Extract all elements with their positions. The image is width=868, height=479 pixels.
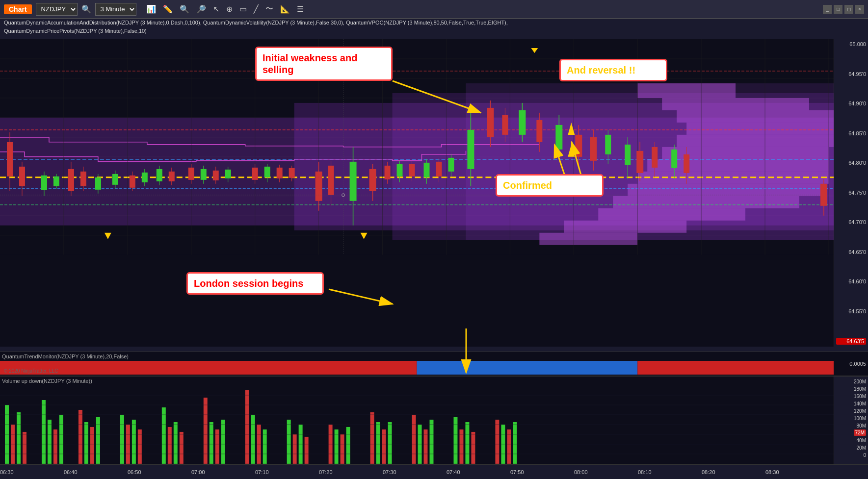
price-65000: 65.000 <box>836 41 866 47</box>
close-button[interactable]: × <box>855 5 864 14</box>
svg-rect-110 <box>448 158 454 172</box>
trend-monitor-label: QuantumTrendMonitor(NZDJPY (3 Minute),20… <box>2 352 129 361</box>
svg-rect-120 <box>536 120 542 142</box>
svg-rect-165 <box>90 427 94 464</box>
svg-rect-134 <box>636 151 643 173</box>
zoom-out-icon[interactable]: 🔎 <box>194 3 208 15</box>
measure-icon[interactable]: 📐 <box>278 3 292 15</box>
svg-rect-164 <box>84 422 88 464</box>
vol-0: 0 <box>863 453 866 458</box>
timeframe-selector[interactable]: 3 Minute <box>95 3 136 16</box>
svg-rect-16 <box>662 98 809 110</box>
svg-rect-158 <box>23 432 26 464</box>
svg-rect-62 <box>112 174 118 185</box>
svg-rect-106 <box>423 163 429 177</box>
vol-20m: 20M <box>857 445 866 451</box>
symbol-selector[interactable]: NZDJPY <box>36 3 78 16</box>
annotation-reversal: And reversal !! <box>559 59 667 81</box>
svg-rect-19 <box>677 135 834 147</box>
svg-rect-189 <box>341 434 344 464</box>
list-icon[interactable]: ☰ <box>295 3 306 15</box>
price-64750: 64.75'0 <box>836 190 866 196</box>
price-64550: 64.55'0 <box>836 308 866 314</box>
svg-rect-118 <box>519 110 526 135</box>
time-0740: 07:40 <box>447 469 460 475</box>
london-text: London session begins <box>194 278 303 289</box>
svg-rect-197 <box>423 429 427 464</box>
svg-rect-108 <box>436 162 442 176</box>
svg-rect-201 <box>465 422 469 464</box>
chart-canvas[interactable] <box>0 39 834 255</box>
time-0640: 06:40 <box>64 469 78 475</box>
svg-rect-86 <box>289 168 295 178</box>
time-0700: 07:00 <box>191 469 205 475</box>
volume-chart: Volume up down(NZDJPY (3 Minute)) 200M 1… <box>0 376 868 464</box>
svg-rect-112 <box>467 130 474 169</box>
annotation-confirmed: Confirmed <box>496 174 604 197</box>
svg-rect-182 <box>263 429 267 464</box>
svg-rect-68 <box>157 169 162 181</box>
indicator-line1: QuantumDynamicAccumulationAndDistributio… <box>4 19 508 27</box>
svg-rect-166 <box>96 417 100 464</box>
svg-rect-160 <box>48 420 52 464</box>
svg-rect-174 <box>180 432 184 464</box>
volume-bars <box>0 385 834 464</box>
vol-140m: 140M <box>854 401 866 406</box>
time-0750: 07:50 <box>510 469 524 475</box>
svg-rect-163 <box>79 410 82 464</box>
svg-rect-72 <box>188 168 194 180</box>
volume-label: Volume up down(NZDJPY (3 Minute)) <box>2 377 92 385</box>
svg-rect-66 <box>142 173 148 182</box>
crosshair-icon[interactable]: ⊕ <box>224 3 235 15</box>
svg-rect-27 <box>539 233 637 245</box>
rect-icon[interactable]: ▭ <box>237 3 249 15</box>
chart-tab[interactable]: Chart <box>4 4 32 14</box>
indicator-text: QuantumDynamicAccumulationAndDistributio… <box>4 19 508 35</box>
svg-rect-159 <box>42 400 46 464</box>
svg-rect-53 <box>53 176 59 186</box>
search-icon[interactable]: 🔍 <box>81 4 91 14</box>
zoom-in-icon[interactable]: 🔍 <box>178 3 191 15</box>
svg-rect-98 <box>369 169 376 191</box>
vol-160m: 160M <box>854 394 866 399</box>
vol-120m: 120M <box>854 408 866 414</box>
svg-rect-122 <box>555 125 562 150</box>
svg-rect-18 <box>686 123 834 135</box>
svg-rect-25 <box>598 208 745 221</box>
svg-rect-206 <box>513 422 517 464</box>
svg-rect-51 <box>41 176 47 190</box>
restore-button[interactable]: □ <box>834 5 842 14</box>
cursor-icon[interactable]: ↖ <box>211 3 221 15</box>
svg-rect-180 <box>251 415 255 464</box>
svg-rect-114 <box>487 108 494 137</box>
copyright: © 2020 NinjaTrader, LLC <box>4 368 58 374</box>
svg-rect-193 <box>382 429 386 464</box>
svg-rect-162 <box>59 415 63 464</box>
time-0710: 07:10 <box>255 469 269 475</box>
minimize-button[interactable]: _ <box>823 5 832 14</box>
svg-rect-173 <box>174 422 178 464</box>
wave-icon[interactable]: 〜 <box>263 3 275 15</box>
svg-rect-116 <box>502 115 508 135</box>
svg-rect-57 <box>80 172 86 186</box>
svg-rect-74 <box>201 169 207 180</box>
line-icon[interactable]: ╱ <box>252 3 261 15</box>
svg-rect-140 <box>684 154 689 173</box>
price-64850: 64.85'0 <box>836 130 866 136</box>
vol-current: 72M <box>854 429 866 436</box>
svg-rect-191 <box>370 412 374 464</box>
svg-rect-26 <box>564 221 686 233</box>
svg-rect-161 <box>53 429 57 464</box>
titlebar: Chart NZDJPY 🔍 3 Minute 📊 ✏️ 🔍 🔎 ↖ ⊕ ▭ ╱… <box>0 0 868 19</box>
price-64650: 64.65'0 <box>836 249 866 255</box>
maximize-button[interactable]: ◻ <box>844 5 853 14</box>
draw-icon[interactable]: ✏️ <box>161 3 175 15</box>
svg-rect-186 <box>305 437 309 464</box>
indicator-line2: QuantumDynamicPricePivots(NZDJPY (3 Minu… <box>4 27 508 35</box>
annotation-weakness: Initial weakness and selling <box>255 47 393 81</box>
svg-rect-199 <box>453 417 457 464</box>
svg-rect-142 <box>820 184 827 206</box>
svg-rect-198 <box>429 420 433 464</box>
bar-chart-icon[interactable]: 📊 <box>144 3 158 15</box>
svg-rect-80 <box>252 168 258 180</box>
